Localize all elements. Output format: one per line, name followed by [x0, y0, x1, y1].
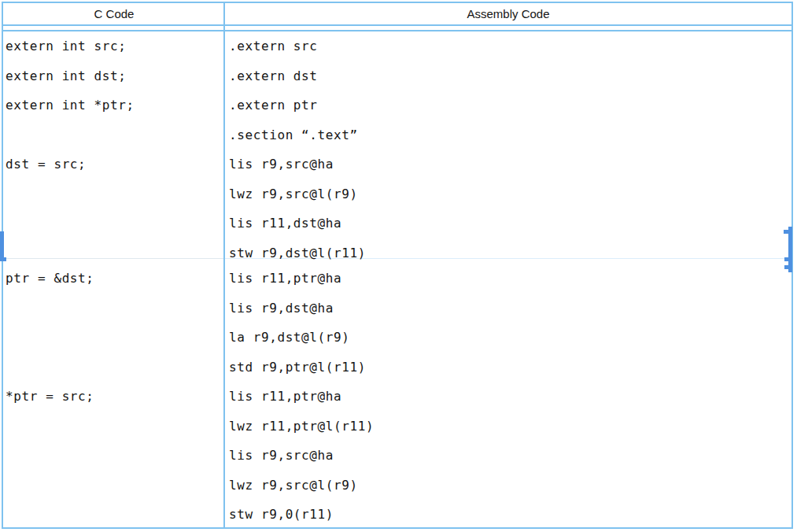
- code-line: stw r9,0(r11): [229, 500, 788, 530]
- table-row-resize-handle-right[interactable]: [788, 227, 792, 272]
- code-line: lis r9,dst@ha: [229, 294, 788, 323]
- code-line: lis r11,dst@ha: [229, 209, 788, 238]
- code-comparison-table: C Code Assembly Code extern int src;exte…: [2, 2, 793, 529]
- table-row-resize-tick-right-bottom[interactable]: [784, 265, 788, 269]
- code-line: la r9,dst@l(r9): [229, 323, 788, 353]
- code-line: .extern src: [229, 31, 788, 61]
- row-split-line-left: [3, 258, 223, 259]
- code-line: [6, 294, 221, 323]
- code-line: *ptr = src;: [6, 382, 221, 412]
- code-line: .extern dst: [229, 61, 788, 91]
- assembly-code-cell-row2: lis r11,ptr@halis r9,dst@hala r9,dst@l(r…: [229, 264, 788, 530]
- code-line: dst = src;: [6, 150, 221, 179]
- code-line: .section “.text”: [229, 120, 788, 150]
- code-line: lis r11,ptr@ha: [229, 264, 788, 294]
- code-line: lwz r9,src@l(r9): [229, 471, 788, 501]
- code-line: lis r9,src@ha: [229, 150, 788, 179]
- code-line: extern int dst;: [6, 61, 221, 91]
- c-code-cell-row1: extern int src;extern int dst;extern int…: [6, 31, 221, 179]
- code-line: [6, 323, 221, 353]
- code-line: std r9,ptr@l(r11): [229, 353, 788, 382]
- column-header-c-code: C Code: [3, 3, 225, 24]
- code-line: extern int src;: [6, 31, 221, 61]
- code-line: [6, 353, 221, 382]
- column-header-assembly-code: Assembly Code: [225, 3, 791, 24]
- table-row-resize-tick-right-top[interactable]: [784, 230, 788, 234]
- table-row-resize-tick-right-middle[interactable]: [784, 257, 788, 261]
- header-divider-line-top: [3, 24, 791, 26]
- assembly-code-cell-row1: .extern src.extern dst.extern ptr.sectio…: [229, 31, 788, 268]
- document-page: C Code Assembly Code extern int src;exte…: [0, 0, 797, 532]
- code-line: extern int *ptr;: [6, 91, 221, 120]
- code-line: .extern ptr: [229, 91, 788, 120]
- c-code-cell-row2: ptr = &dst;*ptr = src;: [6, 264, 221, 412]
- table-row-resize-tick-left[interactable]: [4, 257, 6, 261]
- column-divider: [223, 3, 225, 527]
- code-line: [6, 120, 221, 150]
- code-line: lwz r9,src@l(r9): [229, 179, 788, 209]
- code-line: lwz r11,ptr@l(r11): [229, 412, 788, 441]
- table-header-row: C Code Assembly Code: [3, 3, 791, 24]
- code-line: ptr = &dst;: [6, 264, 221, 294]
- code-line: lis r11,ptr@ha: [229, 382, 788, 412]
- code-line: lis r9,src@ha: [229, 441, 788, 471]
